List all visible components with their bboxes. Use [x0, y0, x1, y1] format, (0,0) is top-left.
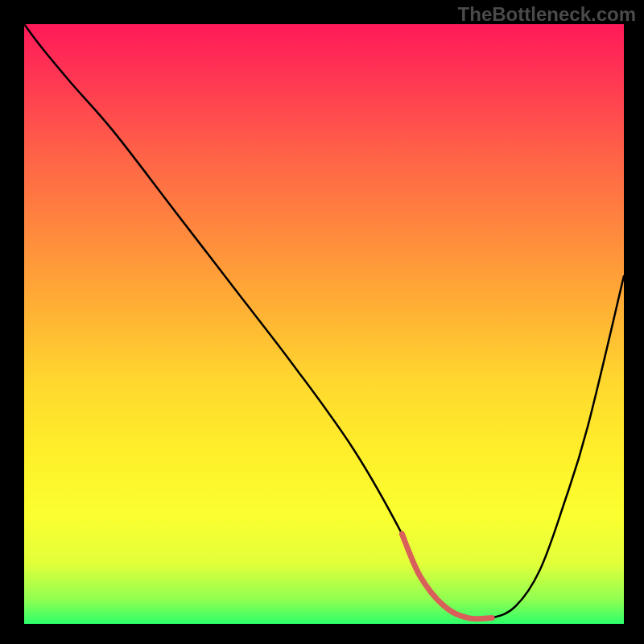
curve-path	[24, 24, 624, 620]
watermark-text: TheBottleneck.com	[458, 3, 636, 26]
highlight-segment	[402, 534, 492, 618]
plot-area	[24, 24, 624, 624]
chart-container: TheBottleneck.com	[0, 0, 644, 644]
chart-svg	[24, 24, 624, 624]
